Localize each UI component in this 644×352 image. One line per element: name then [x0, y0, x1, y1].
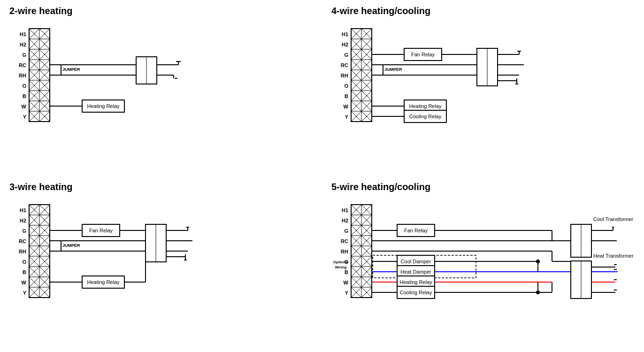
svg-text:W: W — [344, 280, 349, 285]
diagram-area-bl: H1 H2 G RC RH O B W Y Fan Relay JUMPE — [0, 195, 322, 348]
svg-text:Heating Relay: Heating Relay — [87, 103, 120, 109]
diagram-2wire: 2-wire heating — [0, 0, 322, 176]
svg-text:B: B — [23, 93, 26, 99]
svg-text:Heat Transformer: Heat Transformer — [593, 253, 634, 259]
svg-text:H2: H2 — [20, 42, 26, 47]
diagram-5wire: 5-wire heating/cooling — [322, 176, 644, 352]
svg-text:RC: RC — [341, 238, 348, 244]
svg-text:JUMPER: JUMPER — [384, 67, 402, 72]
svg-text:Cooling Relay: Cooling Relay — [409, 114, 442, 119]
svg-text:G: G — [344, 228, 348, 234]
svg-text:Heating Relay: Heating Relay — [87, 279, 120, 285]
svg-text:W: W — [22, 104, 27, 109]
svg-text:Y: Y — [345, 114, 349, 120]
svg-text:B: B — [345, 93, 348, 99]
svg-text:Fan Relay: Fan Relay — [89, 228, 113, 233]
svg-text:RH: RH — [341, 249, 348, 254]
svg-text:RC: RC — [341, 62, 348, 68]
diagram-area-tl: H1 H2 G RC RH O B W Y JUMPER — [0, 19, 322, 172]
svg-text:Heat Damper: Heat Damper — [400, 269, 431, 275]
wiring-bl: H1 H2 G RC RH O B W Y Fan Relay JUMPE — [0, 195, 322, 348]
svg-text:Wiring: Wiring — [335, 265, 347, 269]
svg-text:Y: Y — [23, 114, 27, 120]
title-4wire: 4-wire heating/cooling — [322, 0, 644, 19]
svg-text:Cool Damper: Cool Damper — [401, 259, 431, 264]
svg-text:Cooling Relay: Cooling Relay — [400, 290, 432, 295]
wiring-tl: H1 H2 G RC RH O B W Y JUMPER — [0, 19, 322, 172]
page-container: 2-wire heating — [0, 0, 644, 352]
svg-text:RC: RC — [19, 238, 26, 244]
svg-text:JUMPER: JUMPER — [62, 67, 80, 72]
svg-text:W: W — [22, 280, 27, 285]
svg-text:G: G — [22, 228, 26, 234]
diagram-area-tr: H1 H2 G RC RH O B W Y Fan Relay — [322, 19, 644, 172]
svg-text:Fan Relay: Fan Relay — [411, 52, 435, 57]
wiring-br: H1 H2 G RC RH O B W Y Fan Relay — [322, 195, 644, 348]
svg-text:RH: RH — [19, 73, 26, 78]
svg-text:RH: RH — [341, 73, 348, 78]
svg-text:Heating Relay: Heating Relay — [409, 103, 442, 109]
svg-text:O: O — [22, 83, 26, 89]
diagram-3wire: 3-wire heating — [0, 176, 322, 352]
svg-text:Heating Relay: Heating Relay — [399, 279, 432, 285]
wiring-tr: H1 H2 G RC RH O B W Y Fan Relay — [322, 19, 644, 172]
svg-text:G: G — [22, 52, 26, 58]
title-5wire: 5-wire heating/cooling — [322, 176, 644, 195]
svg-text:Y: Y — [23, 290, 27, 296]
svg-text:Y: Y — [345, 290, 349, 296]
svg-text:H2: H2 — [20, 218, 26, 223]
svg-text:Fan Relay: Fan Relay — [404, 228, 428, 233]
svg-text:H1: H1 — [20, 207, 26, 213]
svg-text:H2: H2 — [342, 42, 348, 47]
svg-text:H2: H2 — [342, 218, 348, 223]
diagram-4wire: 4-wire heating/cooling — [322, 0, 644, 176]
svg-text:W: W — [344, 104, 349, 109]
svg-text:O: O — [22, 259, 26, 265]
title-2wire: 2-wire heating — [0, 0, 322, 19]
svg-text:H1: H1 — [342, 207, 348, 213]
svg-text:G: G — [344, 52, 348, 58]
svg-text:Optional: Optional — [333, 260, 348, 264]
svg-text:B: B — [345, 269, 348, 275]
svg-text:B: B — [23, 269, 26, 275]
svg-text:H1: H1 — [20, 31, 26, 37]
title-3wire: 3-wire heating — [0, 176, 322, 195]
svg-text:H1: H1 — [342, 31, 348, 37]
diagram-area-br: H1 H2 G RC RH O B W Y Fan Relay — [322, 195, 644, 348]
svg-text:Cool Transformer: Cool Transformer — [593, 216, 633, 222]
svg-text:O: O — [344, 83, 348, 89]
svg-text:JUMPER: JUMPER — [62, 243, 80, 248]
svg-text:RH: RH — [19, 249, 26, 254]
svg-text:RC: RC — [19, 62, 26, 68]
